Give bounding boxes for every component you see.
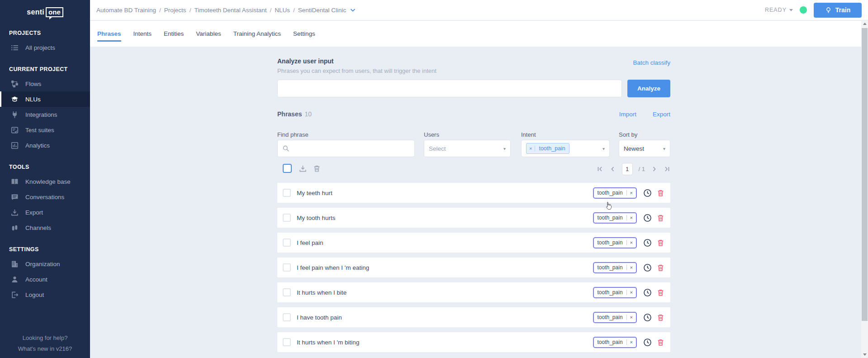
status-dot [800, 6, 807, 14]
scroll-up-arrow[interactable] [861, 20, 868, 27]
analyze-input[interactable] [277, 80, 622, 97]
sidebar-item-test-suites[interactable]: Test suites [0, 122, 90, 138]
chevron-down-icon[interactable] [350, 8, 356, 12]
sidebar-item-all-projects[interactable]: All projects [0, 40, 90, 55]
sort-by-select[interactable]: Newest ▾ [619, 140, 670, 157]
sidebar-item-conversations[interactable]: Conversations [0, 189, 90, 205]
first-page-icon[interactable] [597, 166, 603, 172]
scrollbar-thumb[interactable] [862, 28, 868, 321]
remove-intent-icon[interactable]: × [626, 215, 636, 220]
phrase-intent-tag[interactable]: tooth_pain × [593, 187, 637, 199]
phrase-intent-tag[interactable]: tooth_pain × [593, 262, 637, 273]
history-clock-icon[interactable] [643, 214, 652, 222]
delete-selected-icon[interactable] [313, 165, 321, 172]
delete-phrase-icon[interactable] [657, 289, 664, 296]
sidebar-item-label: Knowledge base [25, 178, 71, 185]
sentione-logo[interactable]: senti one [0, 0, 90, 19]
find-phrase-input[interactable] [293, 145, 410, 152]
tab-variables[interactable]: Variables [196, 21, 221, 47]
phrase-checkbox[interactable] [283, 338, 291, 346]
help-link[interactable]: Looking for help? [0, 333, 90, 344]
history-clock-icon[interactable] [643, 313, 652, 322]
tab-entities[interactable]: Entities [164, 21, 184, 47]
history-clock-icon[interactable] [643, 189, 652, 197]
phrase-checkbox[interactable] [283, 288, 291, 296]
select-all-checkbox[interactable] [283, 164, 292, 173]
sidebar-item-label: Integrations [25, 111, 57, 118]
topbar: Automate BD Training / Projects / Timote… [90, 0, 868, 20]
download-selected-icon[interactable] [299, 165, 307, 172]
phrase-intent-tag[interactable]: tooth_pain × [593, 287, 637, 298]
remove-intent-icon[interactable]: × [626, 265, 636, 270]
phrase-text: I feel pain [297, 239, 323, 246]
tab-training-analytics[interactable]: Training Analytics [233, 21, 281, 47]
phrase-intent-tag[interactable]: tooth_pain × [593, 237, 637, 248]
intent-select[interactable]: × tooth_pain ▾ [521, 140, 610, 157]
batch-classify-link[interactable]: Batch classify [633, 59, 670, 66]
phrase-checkbox[interactable] [283, 214, 291, 222]
tab-intents[interactable]: Intents [133, 21, 152, 47]
topbar-right: READY Train [765, 3, 862, 18]
current-page-box[interactable]: 1 [622, 163, 633, 175]
history-clock-icon[interactable] [643, 288, 652, 297]
sidebar-item-organization[interactable]: Organization [0, 256, 90, 272]
sidebar-item-integrations[interactable]: Integrations [0, 107, 90, 122]
remove-intent-icon[interactable]: × [626, 339, 636, 345]
sidebar-item-analytics[interactable]: Analytics [0, 138, 90, 153]
delete-phrase-icon[interactable] [657, 314, 664, 321]
sort-by-value: Newest [624, 145, 644, 152]
nlu-status-dropdown[interactable]: READY [765, 7, 793, 13]
last-page-icon[interactable] [664, 166, 670, 172]
graduation-cap-icon [11, 95, 19, 103]
phrase-intent-tag[interactable]: tooth_pain × [593, 312, 637, 323]
history-clock-icon[interactable] [643, 239, 652, 247]
users-select[interactable]: Select ▾ [424, 140, 511, 157]
breadcrumb-item[interactable]: Timoteeth Dental Assistant [194, 7, 266, 14]
lightbulb-icon [825, 7, 832, 14]
train-button[interactable]: Train [814, 3, 862, 18]
delete-phrase-icon[interactable] [657, 339, 664, 346]
phrase-intent-tag[interactable]: tooth_pain × [593, 337, 637, 348]
history-clock-icon[interactable] [643, 263, 652, 272]
phrase-intent-tag[interactable]: tooth_pain × [593, 212, 637, 224]
remove-intent-icon[interactable]: × [626, 240, 636, 245]
remove-intent-filter-icon[interactable]: × [526, 146, 535, 151]
export-link[interactable]: Export [653, 111, 670, 118]
delete-phrase-icon[interactable] [657, 214, 664, 222]
prev-page-icon[interactable] [609, 166, 616, 172]
phrase-checkbox[interactable] [283, 239, 291, 247]
delete-phrase-icon[interactable] [657, 189, 664, 197]
sidebar-item-channels[interactable]: Channels [0, 220, 90, 235]
delete-phrase-icon[interactable] [657, 239, 664, 247]
sidebar-item-export[interactable]: Export [0, 205, 90, 220]
sidebar-item-logout[interactable]: Logout [0, 287, 90, 302]
tab-settings[interactable]: Settings [293, 21, 315, 47]
remove-intent-icon[interactable]: × [626, 315, 636, 320]
sidebar-item-account[interactable]: Account [0, 272, 90, 287]
phrase-checkbox[interactable] [283, 313, 291, 321]
next-page-icon[interactable] [651, 166, 658, 172]
nlu-tabs: Phrases Intents Entities Variables Train… [90, 21, 861, 47]
remove-intent-icon[interactable]: × [626, 190, 636, 196]
breadcrumb-item[interactable]: SentiDental Clinic [298, 7, 346, 14]
sidebar-header-tools: TOOLS [9, 164, 90, 170]
whats-new-link[interactable]: What's new in v216? [0, 344, 90, 354]
phrase-checkbox[interactable] [283, 189, 291, 197]
phrase-checkbox[interactable] [283, 263, 291, 272]
vertical-scrollbar[interactable] [861, 20, 868, 358]
breadcrumb-item[interactable]: NLUs [275, 7, 290, 14]
remove-intent-icon[interactable]: × [626, 290, 636, 295]
sidebar-item-nlus[interactable]: NLUs [0, 91, 90, 107]
import-link[interactable]: Import [619, 111, 636, 118]
sidebar-item-flows[interactable]: Flows [0, 76, 90, 91]
breadcrumb-item[interactable]: Automate BD Training [96, 7, 156, 14]
breadcrumb-item[interactable]: Projects [164, 7, 186, 14]
analyze-button[interactable]: Analyze [627, 80, 670, 97]
phrase-text: It hurts when I 'm biting [297, 339, 359, 346]
sidebar-item-knowledge-base[interactable]: Knowledge base [0, 174, 90, 189]
caret-down-icon [789, 9, 793, 11]
delete-phrase-icon[interactable] [657, 264, 664, 272]
tab-phrases[interactable]: Phrases [97, 21, 121, 47]
scroll-down-arrow[interactable] [861, 351, 868, 358]
history-clock-icon[interactable] [643, 338, 652, 347]
